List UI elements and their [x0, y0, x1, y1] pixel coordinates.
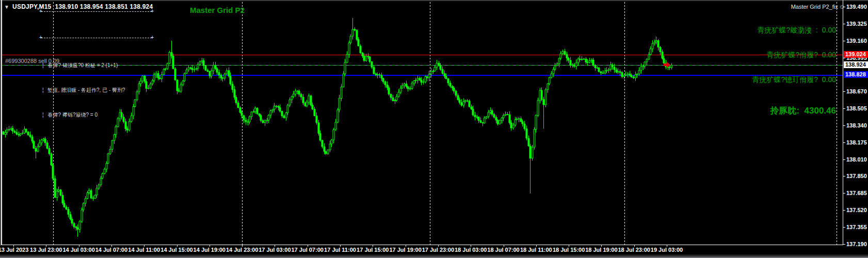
price-tick-label: 138.340: [846, 122, 867, 128]
info-box: + + + + ¦眷牌? 锗溴瘟?0 粉秘 = 2 (1+1) ¦堑疽, 膪汨赈…: [41, 11, 152, 38]
price-tick-mark: [843, 176, 845, 176]
time-label: 14 Jul 03:00: [62, 247, 94, 253]
time-label: 17 Jul 19:00: [389, 247, 421, 253]
price-tick-mark: [843, 24, 845, 24]
price-tick-label: 139.490: [846, 4, 867, 10]
ea-title: Master Grid P2: [190, 6, 245, 14]
box-corner: +: [151, 36, 154, 39]
time-label: 18 Jul 03:00: [455, 247, 487, 253]
price-tick-label: 138.505: [846, 105, 867, 111]
price-tick-label: 137.355: [846, 224, 867, 230]
time-label: 14 Jul 07:00: [95, 247, 127, 253]
price-tick-mark: [843, 159, 845, 160]
chart-window[interactable]: ▼USDJPY,M15 138.910 138.954 138.851 138.…: [0, 0, 868, 258]
window-left-edge: [0, 0, 1, 246]
price-axis[interactable]: 139.490139.325139.160138.995138.670138.5…: [843, 0, 868, 245]
window-top-edge: [0, 0, 868, 1]
symbol-ohlc-header: ▼USDJPY,M15 138.910 138.954 138.851 138.…: [4, 3, 153, 10]
price-tick-mark: [843, 193, 845, 194]
time-label: 18 Jul 23:00: [618, 247, 650, 253]
box-corner: +: [151, 10, 154, 13]
symbol-label: USDJPY,M15: [12, 3, 51, 10]
stats-line: 青疣犷蝶?镱玎佾履? 0.00: [752, 75, 836, 84]
ohlc-values: 138.910 138.954 138.851 138.924: [55, 3, 153, 10]
collapse-arrow-icon[interactable]: ▼: [4, 4, 9, 10]
info-box-line: ¦眷牌? 襻铄?簸绕? = 0: [41, 111, 152, 119]
price-tick-mark: [843, 108, 845, 109]
info-box-line: ¦堑疽, 膪汨赈 - 务赶作?, 已 - 臀刑?: [41, 86, 152, 94]
price-tick-label: 137.850: [846, 173, 867, 179]
time-axis[interactable]: 13 Jul 202313 Jul 23:0014 Jul 03:0014 Ju…: [0, 245, 843, 254]
time-label: 18 Jul 15:00: [553, 247, 585, 253]
time-label: 14 Jul 11:00: [128, 247, 160, 253]
price-tick-mark: [843, 210, 845, 211]
time-label: 18 Jul 11:00: [520, 247, 552, 253]
time-label: 14 Jul 15:00: [160, 247, 192, 253]
price-tick-label: 139.160: [846, 38, 867, 44]
box-corner: +: [39, 10, 42, 13]
price-tick-mark: [843, 125, 845, 126]
time-label: 17 Jul 15:00: [357, 247, 389, 253]
price-tick-label: 138.175: [846, 139, 867, 146]
price-tick-label: 137.190: [846, 241, 867, 247]
time-label: 19 Jul 03:00: [651, 247, 683, 253]
price-tick-label: 137.520: [846, 207, 867, 213]
window-bottom-strip: [0, 254, 868, 258]
time-label: 17 Jul 11:00: [324, 247, 356, 253]
stats-line: 青疣犷蝶?皴泐溇 : 0.00: [752, 26, 836, 34]
order-label[interactable]: #699300288 sell 0.09: [5, 58, 59, 64]
price-tick-label: 138.010: [846, 156, 867, 163]
stats-panel: 青疣犷蝶?皴泐溇 : 0.00 青疣犷蝶?佾履? 0.00 青疣犷蝶?镱玎佾履?…: [752, 9, 836, 132]
price-tick-mark: [843, 7, 845, 7]
time-label: 13 Jul 23:00: [30, 247, 62, 253]
price-tick-mark: [843, 41, 845, 41]
box-corner: +: [39, 36, 42, 39]
time-label: 14 Jul 23:00: [226, 247, 258, 253]
price-tick-label: 138.670: [846, 88, 867, 94]
price-tick-mark: [843, 227, 845, 228]
price-badge: 138.924: [844, 61, 868, 68]
price-badge: 139.024: [844, 51, 868, 58]
price-tick-mark: [843, 91, 845, 92]
stats-line: 青疣犷蝶?佾履? 0.00: [752, 51, 836, 59]
price-tick-mark: [843, 142, 845, 143]
time-label: 17 Jul 03:00: [259, 247, 291, 253]
time-label: 17 Jul 07:00: [292, 247, 324, 253]
time-label: 18 Jul 07:00: [487, 247, 519, 253]
balance-line: 拎豚眈: 4300.46: [752, 107, 836, 115]
time-label: 18 Jul 19:00: [585, 247, 617, 253]
time-label: 17 Jul 23:00: [422, 247, 454, 253]
plot-left-border: [1, 0, 2, 245]
price-tick-label: 137.685: [846, 190, 867, 196]
price-tick-label: 139.325: [846, 21, 867, 27]
time-label: 13 Jul 2023: [0, 247, 28, 253]
time-label: 14 Jul 19:00: [194, 247, 226, 253]
price-tick-mark: [843, 244, 845, 245]
price-badge: 138.828: [844, 71, 868, 78]
